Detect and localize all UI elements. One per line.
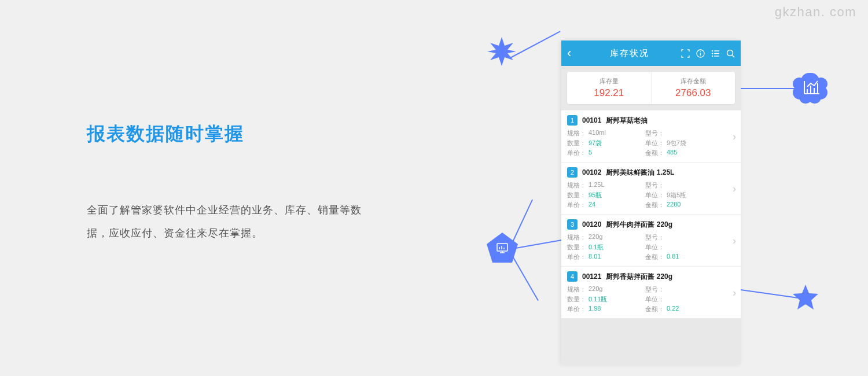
qty-label: 数量： [567,139,586,148]
svg-rect-19 [714,50,719,51]
list-item[interactable]: 4 00121 厨邦香菇拌面酱 220g 规格：220g 型号： 数量：0.11… [561,266,741,318]
item-code: 00102 [582,168,601,176]
item-code: 00101 [582,116,601,124]
summary-value: 2766.03 [675,87,711,99]
item-code: 00121 [582,272,601,281]
unit-label: 单位： [645,139,664,148]
price-label: 单价： [567,149,586,157]
item-index-badge: 3 [567,219,578,230]
svg-rect-23 [714,56,719,56]
summary-value: 192.21 [594,87,624,99]
item-index-badge: 4 [567,271,578,282]
svg-point-24 [727,50,733,56]
model-label: 型号： [645,233,664,242]
item-name: 厨邦美味鲜酱油 1.25L [606,168,674,178]
svg-point-22 [711,55,712,56]
spec-label: 规格： [567,129,586,138]
cloud-chart-icon [793,69,830,106]
spec-label: 规格： [567,233,586,242]
scan-icon[interactable] [681,49,690,58]
amount-value: 0.22 [667,305,679,314]
price-value: 8.01 [589,253,601,261]
amount-value: 2280 [667,201,681,209]
marketing-text-block: 报表数据随时掌握 全面了解管家婆软件中企业经营的业务、库存、销量等数据，应收应付… [87,121,376,245]
unit-label: 单位： [645,243,664,252]
model-label: 型号： [645,285,664,294]
heading: 报表数据随时掌握 [87,121,376,147]
chevron-right-icon: › [733,286,736,298]
svg-rect-2 [497,244,507,251]
svg-line-25 [732,55,734,57]
price-value: 5 [589,149,592,157]
spec-value: 220g [589,285,602,294]
qty-value: 95瓶 [589,191,602,200]
unit-label: 单位： [645,191,664,200]
summary-card: 库存量 192.21 库存金额 2766.03 [567,72,735,104]
amount-label: 金额： [645,149,664,157]
qty-label: 数量： [567,191,586,200]
unit-value: 9包7袋 [667,139,686,148]
amount-value: 0.81 [667,253,679,261]
connector-line [509,31,561,59]
phone-mockup: ‹ 库存状况 库存量 192.21 库存金额 2766.03 [561,40,741,364]
summary-label: 库存量 [599,77,619,86]
price-label: 单价： [567,201,586,209]
amount-label: 金额： [645,201,664,209]
star-icon [792,283,819,311]
connector-line [741,88,799,89]
summary-label: 库存金额 [681,77,706,86]
svg-marker-0 [487,37,516,66]
watermark: gkzhan. com [775,5,856,20]
item-index-badge: 2 [567,167,578,178]
item-name: 厨邦牛肉拌面酱 220g [606,220,672,230]
item-index-badge: 1 [567,115,578,126]
spec-label: 规格： [567,181,586,190]
svg-point-18 [711,50,712,51]
qty-label: 数量： [567,243,586,252]
list-item[interactable]: 1 00101 厨邦草菇老抽 规格：410ml 型号： 数量：97袋 单位：9包… [561,110,741,162]
back-button[interactable]: ‹ [567,46,579,61]
chevron-right-icon: › [733,234,736,246]
qty-value: 0.11瓶 [589,295,607,304]
amount-value: 485 [667,149,677,157]
price-value: 24 [589,201,595,209]
page-title: 库存状况 [579,48,681,59]
model-label: 型号： [645,181,664,190]
spec-value: 220g [589,233,602,242]
svg-point-20 [711,53,712,54]
spec-label: 规格： [567,285,586,294]
app-header: ‹ 库存状况 [561,40,741,66]
qty-value: 97袋 [589,139,602,148]
qty-value: 0.1瓶 [589,243,604,252]
stock-amount-summary[interactable]: 库存金额 2766.03 [652,72,735,104]
list-item[interactable]: 2 00102 厨邦美味鲜酱油 1.25L 规格：1.25L 型号： 数量：95… [561,162,741,214]
amount-label: 金额： [645,253,664,261]
monitor-pentagon-icon [486,231,519,265]
amount-label: 金额： [645,305,664,314]
item-name: 厨邦香菇拌面酱 220g [606,272,672,282]
svg-point-17 [700,51,701,52]
price-value: 1.98 [589,305,601,314]
item-code: 00120 [582,220,601,228]
model-label: 型号： [645,129,664,138]
list-item[interactable]: 3 00120 厨邦牛肉拌面酱 220g 规格：220g 型号： 数量：0.1瓶… [561,214,741,266]
spec-value: 1.25L [589,181,605,190]
item-name: 厨邦草菇老抽 [606,116,648,126]
info-icon[interactable] [696,49,705,58]
spec-value: 410ml [589,129,606,138]
svg-rect-21 [714,53,719,53]
chevron-right-icon: › [733,130,736,142]
connector-line [741,289,798,298]
svg-marker-14 [793,285,818,309]
stock-quantity-summary[interactable]: 库存量 192.21 [567,72,652,104]
search-icon[interactable] [726,49,735,58]
unit-value: 9箱5瓶 [667,191,686,200]
unit-label: 单位： [645,295,664,304]
chevron-right-icon: › [733,182,736,194]
description: 全面了解管家婆软件中企业经营的业务、库存、销量等数据，应收应付、资金往来尽在掌握… [87,199,376,245]
burst-icon [487,37,516,66]
price-label: 单价： [567,305,586,314]
qty-label: 数量： [567,295,586,304]
list-icon[interactable] [711,49,720,58]
inventory-list: 1 00101 厨邦草菇老抽 规格：410ml 型号： 数量：97袋 单位：9包… [561,110,741,318]
